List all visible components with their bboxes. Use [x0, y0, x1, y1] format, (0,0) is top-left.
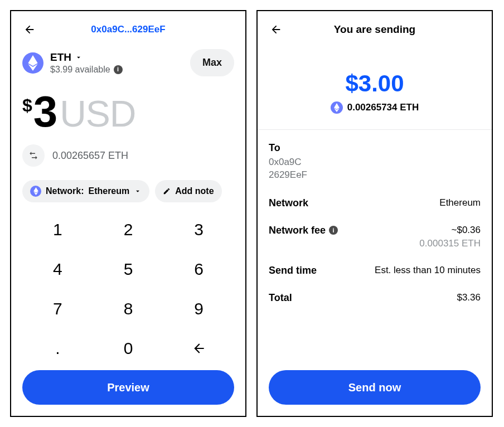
header: You are sending	[269, 19, 481, 40]
asset-selector-row: ETH $3.99 available i Max	[22, 49, 234, 76]
recipient-address[interactable]: 0x0a9C...629EeF	[37, 24, 220, 35]
chevron-down-icon	[134, 187, 142, 195]
total-detail: Total $3.36	[269, 292, 481, 304]
fee-usd: ~$0.36	[419, 225, 481, 236]
chevron-down-icon	[75, 54, 83, 61]
confirm-amount: $3.00 0.00265734 ETH	[269, 70, 481, 114]
numeric-keypad: 1 2 3 4 5 6 7 8 9 . 0	[22, 210, 234, 368]
total-label: Total	[269, 292, 292, 304]
send-confirm-screen: You are sending $3.00 0.00265734 ETH To …	[256, 10, 493, 417]
send-time-detail: Send time Est. less than 10 minutes	[269, 265, 481, 276]
key-2[interactable]: 2	[93, 210, 164, 250]
info-icon[interactable]: i	[114, 65, 123, 74]
options-row: Network: Ethereum Add note	[22, 180, 234, 202]
available-balance: $3.99 available	[50, 65, 110, 75]
add-note-button[interactable]: Add note	[155, 180, 221, 202]
key-1[interactable]: 1	[22, 210, 93, 250]
asset-selector[interactable]: ETH $3.99 available i	[50, 51, 123, 75]
currency-code: USD	[60, 95, 135, 132]
key-5[interactable]: 5	[93, 250, 164, 289]
ethereum-icon	[22, 52, 43, 74]
send-time-value: Est. less than 10 minutes	[375, 265, 481, 276]
back-button[interactable]	[22, 22, 37, 37]
fee-label: Network fee	[269, 225, 326, 236]
key-backspace[interactable]	[163, 328, 234, 368]
fee-eth: 0.000315 ETH	[419, 238, 481, 249]
send-entry-screen: 0x0a9C...629EeF ETH $3.99 available i Ma…	[10, 10, 246, 417]
swap-icon	[28, 151, 38, 161]
arrow-left-icon	[270, 23, 282, 36]
arrow-left-icon	[192, 341, 206, 356]
key-3[interactable]: 3	[163, 210, 234, 250]
key-7[interactable]: 7	[22, 289, 93, 329]
send-time-label: Send time	[269, 265, 317, 276]
amount-usd: $3.00	[345, 70, 404, 97]
to-label: To	[269, 142, 481, 154]
to-address-line2: 2629EeF	[269, 169, 481, 182]
key-8[interactable]: 8	[93, 289, 164, 329]
to-address-line1: 0x0a9C	[269, 156, 481, 169]
amount-value: 3	[33, 90, 56, 133]
network-value: Ethereum	[439, 197, 481, 208]
total-value: $3.36	[457, 292, 481, 303]
network-selector[interactable]: Network: Ethereum	[22, 180, 149, 202]
amount-display: $ 3 USD	[22, 90, 234, 133]
conversion-row: 0.00265657 ETH	[22, 144, 234, 167]
network-label: Network	[269, 197, 308, 209]
arrow-left-icon	[23, 23, 36, 36]
key-9[interactable]: 9	[163, 289, 234, 329]
amount-eth: 0.00265734 ETH	[347, 102, 419, 113]
send-now-button[interactable]: Send now	[269, 370, 481, 405]
asset-symbol: ETH	[50, 51, 71, 64]
add-note-label: Add note	[175, 186, 214, 196]
page-title: You are sending	[283, 23, 466, 36]
network-detail: Network Ethereum	[269, 197, 481, 209]
back-button[interactable]	[269, 22, 283, 37]
max-button[interactable]: Max	[190, 49, 234, 76]
key-6[interactable]: 6	[163, 250, 234, 289]
fee-detail: Network fee i ~$0.36 0.000315 ETH	[269, 225, 481, 249]
key-dot[interactable]: .	[22, 328, 93, 368]
key-4[interactable]: 4	[22, 250, 93, 289]
preview-button[interactable]: Preview	[22, 370, 234, 405]
ethereum-icon	[331, 101, 343, 114]
divider	[258, 129, 492, 130]
network-name: Ethereum	[88, 186, 129, 196]
recipient-detail: To 0x0a9C 2629EeF	[269, 142, 481, 182]
swap-currency-button[interactable]	[22, 144, 45, 167]
flex-spacer	[269, 304, 481, 368]
converted-amount: 0.00265657 ETH	[52, 150, 128, 162]
network-prefix: Network:	[46, 186, 84, 196]
pencil-icon	[163, 187, 171, 195]
header: 0x0a9C...629EeF	[22, 19, 234, 40]
ethereum-icon	[30, 186, 41, 197]
key-0[interactable]: 0	[93, 328, 164, 368]
currency-symbol: $	[22, 90, 32, 116]
info-icon[interactable]: i	[329, 226, 338, 235]
